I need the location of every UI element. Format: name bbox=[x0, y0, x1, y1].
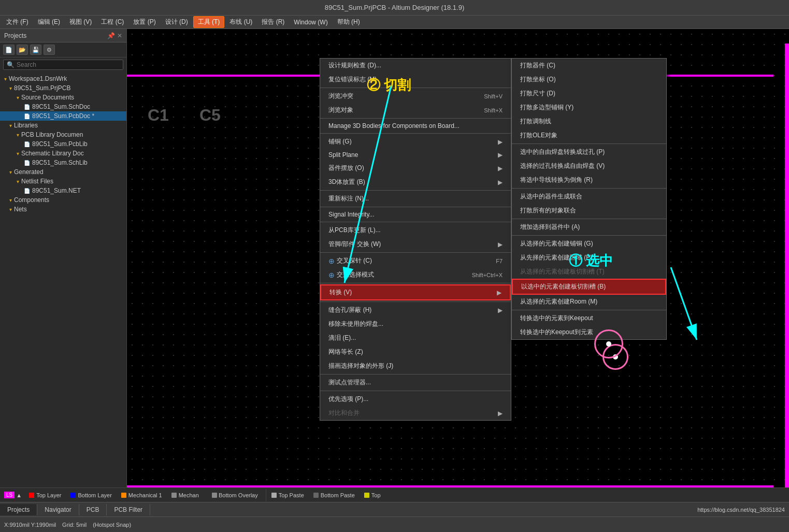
pcb-area: ▽ + □ 📊 〰 ⚙ 📍 📏 ⊞ 🔤 ◯ bbox=[127, 29, 789, 487]
tree-schlib-folder[interactable]: ▾ Schematic Library Doc bbox=[0, 149, 126, 158]
pcb-component-c1: C1 bbox=[148, 106, 169, 125]
tree-generated[interactable]: ▾ Generated bbox=[0, 167, 126, 177]
bottom-right-status: https://blog.csdn.net/qq_38351824 bbox=[693, 507, 789, 513]
tree-workspace[interactable]: ▾ Workspace1.DsnWrk bbox=[0, 74, 126, 83]
menu-tools[interactable]: 工具 (T) bbox=[193, 16, 225, 28]
layer-tab-mech1[interactable]: Mechanical 1 bbox=[117, 491, 166, 499]
tab-projects[interactable]: Projects bbox=[0, 504, 37, 515]
status-coords: X:9910mil Y:1990mil bbox=[4, 522, 56, 528]
pcb-border-bottom bbox=[127, 485, 773, 487]
mech1-dot bbox=[121, 493, 126, 498]
tree-project[interactable]: ▾ 89C51_Sum.PrjPCB bbox=[0, 83, 126, 93]
top-paste-dot bbox=[271, 493, 277, 498]
circle-indicator bbox=[602, 344, 628, 370]
menu-place[interactable]: 放置 (P) bbox=[129, 17, 160, 27]
pcb-viewport: C1 C5 ① 选中 bbox=[127, 44, 789, 487]
status-grid: Grid: 5mil bbox=[62, 522, 87, 528]
tab-pcb-filter[interactable]: PCB Filter bbox=[107, 504, 150, 515]
sidebar-save-btn[interactable]: 💾 bbox=[30, 45, 41, 55]
tree-schlib[interactable]: 📄 89C51_Sum.SchLib bbox=[0, 158, 126, 167]
title-bar: 89C51_Sum.PrjPCB - Altium Designer (18.1… bbox=[0, 0, 789, 16]
menu-file[interactable]: 文件 (F) bbox=[2, 17, 33, 27]
menu-view[interactable]: 视图 (V) bbox=[65, 17, 96, 27]
bottom-layer-dot bbox=[70, 493, 76, 498]
menu-design[interactable]: 设计 (D) bbox=[161, 17, 192, 27]
tab-navigator[interactable]: Navigator bbox=[37, 504, 79, 515]
tree-nets[interactable]: ▾ Nets bbox=[0, 205, 126, 214]
file-tree: ▾ Workspace1.DsnWrk ▾ 89C51_Sum.PrjPCB ▾… bbox=[0, 72, 126, 487]
ls-indicator: LS ▲ bbox=[2, 492, 24, 498]
layer-tab-top-paste[interactable]: Top Paste bbox=[267, 491, 308, 499]
layer-tabs: LS ▲ Top Layer Bottom Layer Mechanical 1… bbox=[0, 487, 789, 502]
sidebar-new-btn[interactable]: 📄 bbox=[3, 45, 15, 55]
top2-dot bbox=[364, 493, 369, 498]
status-snap: (Hotspot Snap) bbox=[93, 522, 131, 528]
tab-pcb[interactable]: PCB bbox=[79, 504, 107, 515]
bottom-overlay-indicator: Bottom Overlay bbox=[204, 489, 266, 501]
sidebar-close-icon[interactable]: ✕ bbox=[117, 32, 122, 39]
tree-components[interactable]: ▾ Components bbox=[0, 195, 126, 205]
layer-tab-top[interactable]: Top Layer bbox=[25, 491, 65, 499]
tree-pcbdoc[interactable]: 📄 89C51_Sum.PcbDoc * bbox=[0, 111, 126, 121]
bottom-paste-dot bbox=[313, 493, 319, 498]
search-icon: 🔍 bbox=[7, 61, 15, 68]
status-url: https://blog.csdn.net/qq_38351824 bbox=[697, 507, 785, 513]
tree-libraries[interactable]: ▾ Libraries bbox=[0, 121, 126, 130]
sidebar-open-btn[interactable]: 📂 bbox=[17, 45, 28, 55]
menu-window[interactable]: Window (W) bbox=[290, 18, 332, 27]
sidebar: Projects 📌 ✕ 📄 📂 💾 ⚙ 🔍 ▾ Workspace1.D bbox=[0, 29, 127, 487]
sidebar-pin-icon[interactable]: 📌 bbox=[107, 32, 115, 39]
mechan-dot bbox=[171, 493, 177, 498]
menu-help[interactable]: 帮助 (H) bbox=[333, 17, 364, 27]
layer-tab-bottom-paste[interactable]: Bottom Paste bbox=[309, 491, 359, 499]
menu-project[interactable]: 工程 (C) bbox=[97, 17, 128, 27]
pcb-border-top bbox=[127, 75, 773, 77]
right-magenta-border bbox=[785, 44, 789, 487]
tree-net[interactable]: 📄 89C51_Sum.NET bbox=[0, 186, 126, 195]
tree-schdoc[interactable]: 📄 89C51_Sum.SchDoc bbox=[0, 102, 126, 111]
menu-report[interactable]: 报告 (R) bbox=[257, 17, 289, 27]
menu-edit[interactable]: 编辑 (E) bbox=[34, 17, 64, 27]
sidebar-settings-btn[interactable]: ⚙ bbox=[44, 45, 55, 55]
sidebar-header: Projects 📌 ✕ bbox=[0, 29, 126, 42]
sidebar-title: Projects bbox=[4, 32, 26, 39]
search-input[interactable] bbox=[17, 61, 110, 68]
layer-tab-top2[interactable]: Top bbox=[360, 491, 385, 499]
status-bar: X:9910mil Y:1990mil Grid: 5mil (Hotspot … bbox=[0, 516, 789, 532]
tree-pcblib[interactable]: 📄 89C51_Sum.PcbLib bbox=[0, 139, 126, 149]
bottom-overlay-dot bbox=[212, 493, 217, 498]
bottom-tab-bar: Projects Navigator PCB PCB Filter https:… bbox=[0, 502, 789, 516]
ls-arrow[interactable]: ▲ bbox=[16, 492, 22, 498]
layer-tab-bottom[interactable]: Bottom Layer bbox=[66, 491, 116, 499]
menu-bar: 文件 (F) 编辑 (E) 视图 (V) 工程 (C) 放置 (P) 设计 (D… bbox=[0, 16, 789, 29]
tree-netlist-folder[interactable]: ▾ Netlist Files bbox=[0, 177, 126, 186]
step1-annotation: ① 选中 bbox=[600, 266, 644, 284]
sidebar-toolbar: 📄 📂 💾 ⚙ bbox=[0, 42, 126, 57]
ls-badge: LS bbox=[4, 492, 15, 498]
tree-pcblib-folder[interactable]: ▾ PCB Library Documen bbox=[0, 130, 126, 139]
layer-tab-mechan[interactable]: Mechan bbox=[167, 491, 203, 499]
tree-source-docs[interactable]: ▾ Source Documents bbox=[0, 93, 126, 102]
search-box: 🔍 bbox=[3, 60, 123, 70]
circle-center bbox=[613, 354, 618, 360]
top-layer-dot bbox=[29, 493, 34, 498]
pcb-component-c5: C5 bbox=[199, 106, 221, 125]
menu-route[interactable]: 布线 (U) bbox=[225, 17, 256, 27]
title-text: 89C51_Sum.PrjPCB - Altium Designer (18.1… bbox=[325, 4, 465, 11]
